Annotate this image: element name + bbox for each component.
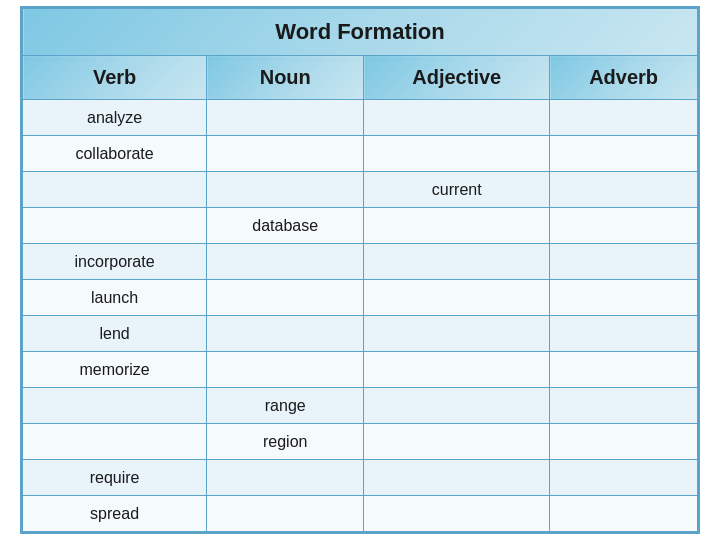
col-header-adverb: Adverb	[550, 56, 698, 100]
table-row: launch	[23, 280, 698, 316]
table-cell	[364, 100, 550, 136]
table-cell	[550, 388, 698, 424]
table-cell	[550, 316, 698, 352]
table-cell	[364, 460, 550, 496]
table-cell	[207, 352, 364, 388]
table-cell	[364, 280, 550, 316]
table-cell	[207, 136, 364, 172]
table-cell	[550, 172, 698, 208]
table-cell	[364, 388, 550, 424]
table-row: current	[23, 172, 698, 208]
table-row: database	[23, 208, 698, 244]
col-header-verb: Verb	[23, 56, 207, 100]
table-cell	[550, 460, 698, 496]
table-cell	[364, 208, 550, 244]
table-cell: require	[23, 460, 207, 496]
col-header-adjective: Adjective	[364, 56, 550, 100]
table-row: region	[23, 424, 698, 460]
title-row: Word Formation	[23, 9, 698, 56]
table-cell: database	[207, 208, 364, 244]
table-cell	[23, 424, 207, 460]
table-cell	[550, 244, 698, 280]
table-cell	[364, 496, 550, 532]
table-cell	[550, 280, 698, 316]
table-cell: memorize	[23, 352, 207, 388]
table-cell: launch	[23, 280, 207, 316]
table-cell: incorporate	[23, 244, 207, 280]
table-cell: collaborate	[23, 136, 207, 172]
table-cell: spread	[23, 496, 207, 532]
table-row: require	[23, 460, 698, 496]
table-cell	[23, 388, 207, 424]
table-cell	[364, 244, 550, 280]
table-cell	[550, 136, 698, 172]
table-cell	[207, 172, 364, 208]
table-cell	[207, 280, 364, 316]
table-cell	[207, 100, 364, 136]
table-row: analyze	[23, 100, 698, 136]
table-cell	[364, 424, 550, 460]
table-row: incorporate	[23, 244, 698, 280]
table-cell	[207, 496, 364, 532]
table-cell	[207, 316, 364, 352]
table-row: spread	[23, 496, 698, 532]
table-cell	[550, 100, 698, 136]
table-cell	[364, 316, 550, 352]
table-cell	[207, 460, 364, 496]
table-cell: current	[364, 172, 550, 208]
table-cell	[364, 352, 550, 388]
table-cell: analyze	[23, 100, 207, 136]
table-cell	[207, 244, 364, 280]
col-header-noun: Noun	[207, 56, 364, 100]
table-row: memorize	[23, 352, 698, 388]
table-cell: lend	[23, 316, 207, 352]
table-cell	[23, 172, 207, 208]
table-cell: region	[207, 424, 364, 460]
table-row: lend	[23, 316, 698, 352]
table-cell	[550, 352, 698, 388]
table-row: collaborate	[23, 136, 698, 172]
table-cell	[550, 496, 698, 532]
table-row: range	[23, 388, 698, 424]
table-cell	[364, 136, 550, 172]
table-cell	[23, 208, 207, 244]
word-formation-table: Word Formation Verb Noun Adjective Adver…	[20, 6, 700, 534]
header-row: Verb Noun Adjective Adverb	[23, 56, 698, 100]
table-cell: range	[207, 388, 364, 424]
table-title: Word Formation	[23, 9, 698, 56]
table-cell	[550, 208, 698, 244]
table-cell	[550, 424, 698, 460]
